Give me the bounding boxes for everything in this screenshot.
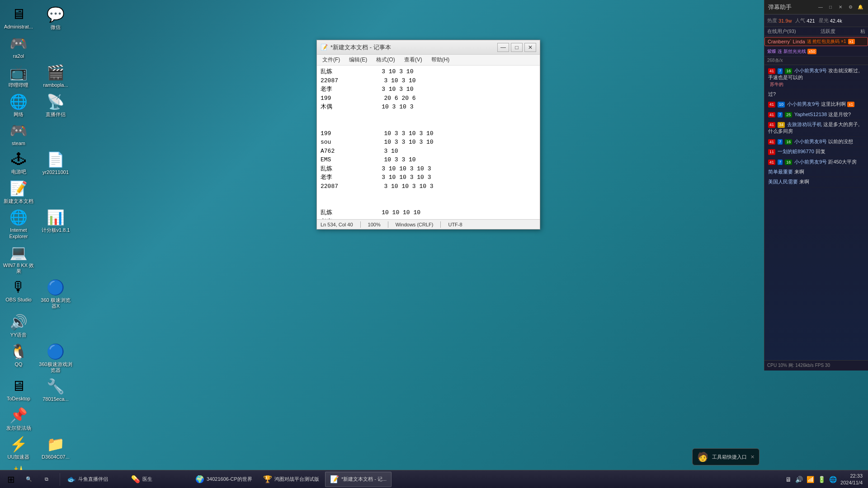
taskbar-item-hongtu[interactable]: 🏆 鸿图对战平台测试版 bbox=[258, 472, 324, 487]
status-separator-1 bbox=[360, 221, 361, 228]
badge-5: 41 bbox=[768, 122, 775, 128]
content-6: 以前的没想 bbox=[828, 139, 853, 144]
tray-icon-2[interactable]: 🔊 bbox=[794, 475, 804, 484]
menu-view[interactable]: 查看(V) bbox=[401, 55, 426, 65]
floating-widget: 🧑 工具箱快捷入口 ✕ bbox=[692, 448, 760, 465]
desktop-icon-rambo[interactable]: 🎬 rambopla... bbox=[37, 61, 74, 90]
taskbar-item-cp[interactable]: 🌍 34021606-CP的世界 bbox=[190, 472, 257, 487]
icon-row-8: 🌐 Internet Explorer 📊 计分板v1.8.1 bbox=[0, 206, 74, 241]
tray-icon-4[interactable]: 🔋 bbox=[817, 475, 826, 484]
dianyou-icon: 🕹 bbox=[11, 151, 26, 168]
desktop-icon-win7[interactable]: 💻 WIN7 8 KX 效果 bbox=[0, 242, 37, 277]
desktop-icon-7801[interactable]: 🔧 78015eca... bbox=[37, 375, 74, 404]
taskbar-item-doctor[interactable]: 💊 医生 bbox=[126, 472, 189, 487]
desktop-icon-todesktop[interactable]: 🖥 ToDesktop bbox=[0, 375, 37, 404]
taskbar-search[interactable]: 🔍 bbox=[21, 472, 39, 487]
minimize-button[interactable]: — bbox=[497, 43, 509, 52]
desktop-icon-bili[interactable]: 📺 哔哩哔哩 bbox=[0, 61, 37, 90]
ie-icon: 🌐 bbox=[9, 209, 28, 226]
floating-close[interactable]: ✕ bbox=[750, 454, 755, 460]
pinned-label: 268条/x bbox=[767, 58, 783, 63]
floating-label: 工具箱快捷入口 bbox=[712, 454, 747, 460]
desktop-icon-360speed[interactable]: 🔵 360极速游戏浏览器 bbox=[37, 341, 74, 375]
chat-msg-7: 11 一划的赃896770 回复 bbox=[766, 147, 866, 157]
taskbar-task-view[interactable]: ⧉ bbox=[40, 472, 58, 487]
right-panel: 弹幕助手 — □ ✕ ⚙ 🔔 热度 31.9w 人气 421 星光 bbox=[764, 0, 868, 371]
jisuan-icon: 📊 bbox=[47, 209, 65, 226]
desktop-icon-yy[interactable]: 🔊 YY语音 bbox=[0, 311, 37, 340]
desktop-icon-steam[interactable]: 🎮 steam bbox=[0, 120, 37, 149]
taskbar: ⊞ 🔍 ⧉ 🐟 斗鱼直播伴侣 💊 医生 🌍 34021606-CP的世界 🏆 鸿… bbox=[0, 470, 868, 488]
fps-stat: FPS 30 bbox=[815, 363, 830, 368]
cursor-position: Ln 534, Col 40 bbox=[321, 222, 353, 227]
desktop-icon-jisuan[interactable]: 📊 计分板v1.8.1 bbox=[37, 206, 74, 241]
desktop-icon-fawu[interactable]: 📌 发尔登法场 bbox=[0, 404, 37, 433]
icon-row-13: 🖥 ToDesktop 🔧 78015eca... bbox=[0, 375, 74, 404]
window-controls: — □ ✕ bbox=[497, 43, 536, 52]
panel-header-controls: — □ ✕ ⚙ 🔔 bbox=[816, 3, 864, 11]
heat-value: 31.9w bbox=[778, 18, 792, 23]
qq-icon: 🐧 bbox=[9, 343, 28, 360]
tray-icon-5[interactable]: 🌐 bbox=[828, 475, 838, 484]
clock-time: 22:33 bbox=[840, 473, 863, 479]
icon-row-5: 🎮 steam bbox=[0, 120, 74, 149]
panel-settings-btn[interactable]: ⚙ bbox=[846, 3, 854, 11]
stat-fans: 人气 421 bbox=[795, 17, 815, 24]
wechat-icon: 💬 bbox=[47, 6, 65, 23]
start-button[interactable]: ⊞ bbox=[2, 471, 20, 488]
desktop-icon-network[interactable]: 🌐 网络 bbox=[0, 91, 37, 120]
yy-label: YY语音 bbox=[10, 332, 27, 338]
level-badge-8b: 16 bbox=[785, 160, 792, 165]
icon-row-14: 📌 发尔登法场 bbox=[0, 404, 74, 433]
desktop-icon-ie[interactable]: 🌐 Internet Explorer bbox=[0, 206, 37, 241]
bili-icon: 📺 bbox=[9, 64, 28, 81]
xinjian-label: 新建文本文档 bbox=[4, 198, 33, 204]
menu-help[interactable]: 帮助(H) bbox=[428, 55, 453, 65]
panel-close-btn[interactable]: ✕ bbox=[836, 3, 844, 11]
menu-format[interactable]: 格式(O) bbox=[373, 55, 398, 65]
notepad-text-content[interactable]: 乱炼 3 10 3 10 22087 3 10 3 10 老李 3 10 3 1… bbox=[317, 66, 540, 219]
icon-row-11: 🔊 YY语音 bbox=[0, 311, 74, 340]
close-button[interactable]: ✕ bbox=[524, 43, 536, 52]
menu-file[interactable]: 文件(F) bbox=[319, 55, 344, 65]
steam-icon: 🎮 bbox=[9, 122, 28, 139]
desktop-icon-admin[interactable]: 🖥 Administrat... bbox=[0, 4, 37, 33]
desktop-icon-xinjian[interactable]: 📝 新建文本文档 bbox=[0, 178, 37, 206]
dianyou-label: 电游吧 bbox=[11, 169, 26, 175]
admin-icon: 🖥 bbox=[11, 6, 26, 23]
star-label: 星光 bbox=[819, 17, 829, 24]
desktop-icon-jr[interactable]: 📄 yr20211001 bbox=[37, 149, 74, 178]
chat-messages-area: 41 7 16 小小前男友9号 攻击就没断过,手速也是可以的 苏牛的 过? 41… bbox=[764, 65, 868, 360]
desktop-icon-qq[interactable]: 🐧 QQ bbox=[0, 341, 37, 375]
desktop-icon-d3604[interactable]: 📁 D3604C07... bbox=[37, 433, 74, 462]
icon-row-9: 💻 WIN7 8 KX 效果 bbox=[0, 242, 74, 277]
menu-edit[interactable]: 编辑(E) bbox=[345, 55, 371, 65]
icon-row-3: 📺 哔哩哔哩 🎬 rambopla... bbox=[0, 61, 74, 90]
360-label: 360 极速浏览器X bbox=[39, 297, 72, 309]
online-label: 在线用户(93) bbox=[767, 28, 796, 35]
taskbar-item-notepad[interactable]: 📝 *新建文本文档 - 记... bbox=[325, 472, 392, 487]
desktop-icon-obs[interactable]: 🎙 OBS Studio bbox=[0, 277, 37, 311]
yy-icon: 🔊 bbox=[9, 314, 28, 331]
tray-icon-3[interactable]: 📶 bbox=[806, 475, 815, 484]
desktop-icon-zhibo[interactable]: 📡 直播伴侣 bbox=[37, 91, 74, 120]
desktop-icon-uuu[interactable]: ⚡ UU加速器 bbox=[0, 433, 37, 462]
maximize-button[interactable]: □ bbox=[511, 43, 523, 52]
todesktop-label: ToDesktop bbox=[7, 396, 30, 402]
desktop-icon-360[interactable]: 🔵 360 极速浏览器X bbox=[37, 277, 74, 311]
desktop-icon-dianyou[interactable]: 🕹 电游吧 bbox=[0, 149, 37, 178]
panel-maximize-btn[interactable]: □ bbox=[826, 3, 835, 11]
desktop-icon-wechat[interactable]: 💬 微信 bbox=[37, 4, 74, 33]
panel-bell-btn[interactable]: 🔔 bbox=[856, 3, 864, 11]
tray-icon-1[interactable]: 🖥 bbox=[784, 475, 793, 484]
360-icon: 🔵 bbox=[47, 279, 65, 296]
panel-minimize-btn[interactable]: — bbox=[816, 3, 825, 11]
level-badge-4b: 25 bbox=[785, 112, 792, 118]
notepad-statusbar: Ln 534, Col 40 100% Windows (CRLF) UTF-8 bbox=[317, 219, 540, 229]
desktop-icon-razol[interactable]: 🎮 ra2ol bbox=[0, 33, 37, 61]
taskbar-item-douyu[interactable]: 🐟 斗鱼直播伴侣 bbox=[62, 472, 125, 487]
desktop: 🖥 Administrat... 💬 微信 🎮 ra2ol 📺 哔哩哔哩 🎬 r bbox=[0, 0, 868, 488]
encoding: UTF-8 bbox=[448, 222, 462, 227]
network-icon: 🌐 bbox=[9, 93, 28, 110]
notepad-menubar: 文件(F) 编辑(E) 格式(O) 查看(V) 帮助(H) bbox=[317, 55, 540, 66]
